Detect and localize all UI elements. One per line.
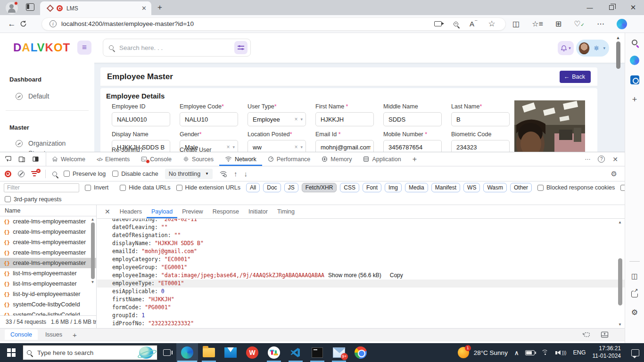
browser-tab-lms[interactable]: LMS ✕: [40, 1, 151, 15]
browser-essentials-icon[interactable]: ♡✓: [574, 19, 585, 28]
filter-pill-js[interactable]: JS: [284, 183, 298, 192]
record-network-log-icon[interactable]: [5, 171, 11, 177]
detail-tab-timing[interactable]: Timing: [272, 205, 299, 218]
invert-checkbox[interactable]: Invert: [85, 184, 108, 191]
request-row[interactable]: {}create-lms-employeemaster: [0, 216, 97, 227]
scroll-up-icon[interactable]: ▲: [615, 35, 621, 40]
payload-line[interactable]: groupId: 1: [97, 312, 625, 320]
select-arrow-icon[interactable]: ▾: [300, 117, 303, 122]
devtools-tab-performance[interactable]: Performance: [262, 152, 316, 166]
field-select[interactable]: ww×▾: [248, 140, 306, 152]
drawer-tab-console[interactable]: Console: [5, 329, 38, 340]
page-scroll-thumb[interactable]: [616, 41, 620, 69]
filter-pill-all[interactable]: All: [246, 183, 260, 192]
zoom-out-icon[interactable]: [447, 20, 465, 28]
device-toolbar-icon[interactable]: [18, 156, 25, 163]
scroll-up-icon[interactable]: ▲: [617, 220, 623, 224]
field-input[interactable]: SDDS: [383, 112, 442, 126]
blocked-response-cookies-checkbox[interactable]: Blocked response cookies: [537, 184, 615, 191]
payload-line[interactable]: dateOfLeaving: "": [97, 223, 625, 231]
hide-data-urls-checkbox[interactable]: Hide data URLs: [120, 184, 170, 191]
payload-line[interactable]: employeeImage: "data:image/jpeg;base64,/…: [97, 272, 625, 280]
devtools-tab-memory[interactable]: Memory: [316, 152, 357, 166]
drawer-add-tab-button[interactable]: +: [73, 331, 77, 339]
filter-pill-media[interactable]: Media: [405, 183, 428, 192]
dock-drawer-icon[interactable]: [583, 331, 590, 338]
third-party-requests-checkbox[interactable]: 3rd-party requests: [5, 196, 61, 203]
taskbar-edge[interactable]: [176, 343, 198, 362]
window-restore-button[interactable]: [601, 0, 622, 15]
task-view-button[interactable]: [157, 343, 176, 362]
payload-line[interactable]: emailId: "mohnj@gmail.com": [97, 247, 625, 255]
taskbar-mail[interactable]: [220, 343, 241, 362]
select-arrow-icon[interactable]: ▾: [300, 145, 303, 149]
network-settings-gear-icon[interactable]: ⚙: [611, 170, 625, 178]
detail-tab-headers[interactable]: Headers: [115, 205, 147, 218]
field-input[interactable]: B: [451, 112, 510, 126]
request-row[interactable]: {}list-by-id-employeemaster: [0, 289, 97, 299]
network-conditions-icon[interactable]: [219, 170, 227, 177]
battery-icon[interactable]: [525, 350, 535, 355]
devtools-tab-elements[interactable]: </>Elements: [91, 152, 135, 166]
sidebar-add-icon[interactable]: +: [632, 95, 637, 105]
hide-extension-urls-checkbox[interactable]: Hide extension URLs: [176, 184, 240, 191]
sidebar-item-default[interactable]: Default: [16, 92, 94, 100]
sidebar-panel-icon[interactable]: ◫: [631, 272, 638, 280]
payload-line[interactable]: dateOfJoining: "2024-02-11": [97, 219, 625, 223]
payload-line[interactable]: firstName: "HJKKJH": [97, 296, 625, 304]
sidebar-open-external-icon[interactable]: [631, 291, 638, 297]
favorite-star-icon[interactable]: ☆: [483, 19, 501, 29]
site-info-icon[interactable]: i: [50, 20, 57, 27]
search-filter-icon[interactable]: [234, 41, 248, 54]
split-screen-icon[interactable]: ◫: [512, 19, 520, 28]
request-list-scrollbar[interactable]: ▲ ▼: [90, 217, 95, 315]
refresh-icon[interactable]: [20, 20, 36, 27]
scroll-down-icon[interactable]: ▼: [90, 280, 95, 284]
start-button[interactable]: [0, 343, 23, 362]
payload-line[interactable]: esiApplicable: 0: [97, 288, 625, 296]
detail-tab-response[interactable]: Response: [208, 205, 244, 218]
payload-line[interactable]: idProofNo: "232232323332": [97, 320, 625, 328]
taskbar-mail-client[interactable]: 9+: [328, 343, 350, 362]
devtools-tab-application[interactable]: Application: [357, 152, 406, 166]
filter-icon[interactable]: ✕: [31, 171, 39, 177]
devtools-more-tabs-button[interactable]: +: [407, 155, 422, 164]
request-row[interactable]: {}create-lms-employeemaster: [0, 247, 97, 258]
field-input[interactable]: mohnj@gmail.com: [315, 140, 374, 152]
browser-profile-icon[interactable]: [6, 2, 18, 14]
request-row[interactable]: {}create-lms-employeemaster: [0, 227, 97, 237]
filter-pill-img[interactable]: Img: [385, 183, 402, 192]
taskbar-chrome[interactable]: [350, 343, 372, 362]
taskbar-file-explorer[interactable]: [198, 343, 220, 362]
sidebar-copilot-icon[interactable]: [630, 56, 639, 65]
request-row[interactable]: {}systemCode-listbyCodeId: [0, 310, 97, 315]
copilot-icon[interactable]: [617, 19, 627, 29]
taskbar-search-input[interactable]: [37, 349, 139, 356]
request-row[interactable]: {}systemCode-listbyCodeId: [0, 299, 97, 310]
window-minimize-button[interactable]: —: [579, 0, 601, 15]
taskbar-wps[interactable]: W: [241, 343, 263, 362]
back-button[interactable]: ←Back: [560, 71, 591, 83]
request-row[interactable]: {}create-lms-employeemaster: [0, 258, 97, 268]
settings-menu-icon[interactable]: ⋯: [597, 19, 604, 28]
select-arrow-icon[interactable]: ▾: [232, 145, 235, 149]
preserve-log-checkbox[interactable]: Preserve log: [64, 171, 106, 177]
sidebar-search-icon[interactable]: [632, 40, 637, 45]
taskbar-vscode[interactable]: [285, 343, 306, 362]
sidebar-item-organization-structure[interactable]: Organization Structure: [16, 139, 82, 152]
notifications-button[interactable]: ▾: [558, 41, 574, 55]
field-select[interactable]: Employee×▾: [248, 112, 306, 126]
copy-link[interactable]: Copy: [390, 272, 403, 279]
field-input[interactable]: 234323: [451, 140, 510, 152]
filter-pill-wasm[interactable]: Wasm: [483, 183, 507, 192]
filter-pill-ws[interactable]: WS: [463, 183, 480, 192]
filter-pill-css[interactable]: CSS: [340, 183, 359, 192]
filter-pill-manifest[interactable]: Manifest: [431, 183, 460, 192]
payload-line[interactable]: employeeType: "ET0001": [97, 280, 625, 288]
request-row[interactable]: {}list-lms-employeemaster: [0, 268, 97, 279]
show-more-link[interactable]: Show more (56.6 kB): [328, 272, 381, 279]
app-search-bar[interactable]: [103, 39, 251, 57]
disable-cache-checkbox[interactable]: Disable cache: [112, 171, 158, 177]
network-filter-input[interactable]: [4, 183, 79, 192]
language-indicator[interactable]: ENG: [573, 349, 586, 356]
